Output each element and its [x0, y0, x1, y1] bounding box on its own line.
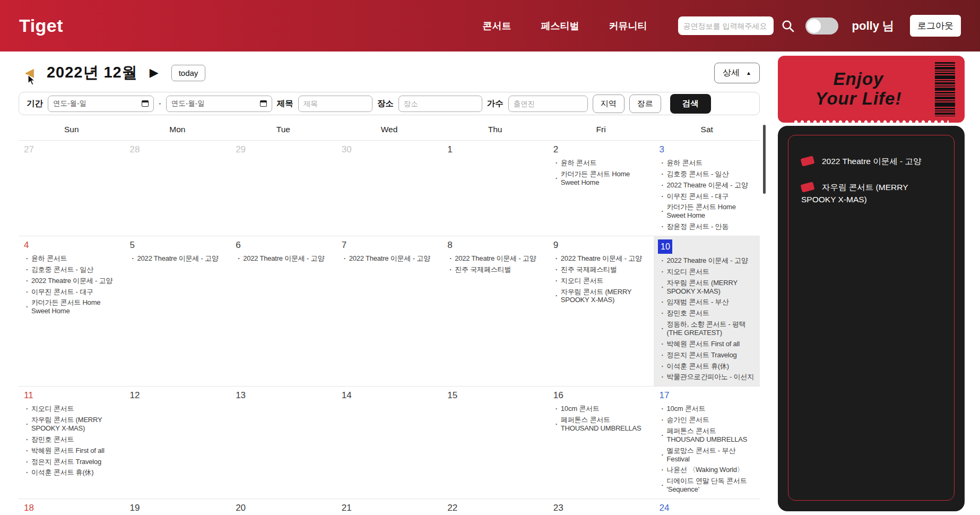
event-item[interactable]: 2022 Theatre 이문세 - 고양: [660, 256, 754, 265]
event-item[interactable]: 박물관으로간피아노 - 이선지: [660, 373, 754, 381]
detail-toggle-button[interactable]: 상세 ▲: [714, 63, 760, 83]
event-item[interactable]: 이석훈 콘서트 휴(休): [660, 362, 754, 371]
calendar-cell[interactable]: 72022 Theatre 이문세 - 고양: [336, 236, 443, 386]
event-item[interactable]: 디에이드 연말 단독 콘서트 'Sequence': [660, 477, 754, 494]
event-item[interactable]: 2022 Theatre 이문세 - 고양: [25, 277, 119, 285]
event-item[interactable]: 장민호 콘서트: [660, 309, 754, 317]
event-item[interactable]: 장민호 콘서트: [25, 435, 119, 444]
event-item[interactable]: 송가인 콘서트: [660, 416, 754, 424]
event-item[interactable]: 2022 Theatre 이문세 - 고양: [131, 254, 226, 263]
event-item[interactable]: 이무진 콘서트 - 대구: [25, 288, 119, 296]
calendar-cell[interactable]: 2윤하 콘서트카더가든 콘서트 Home Sweet Home: [548, 141, 654, 236]
magnifier-icon[interactable]: [781, 19, 795, 33]
calendar-cell[interactable]: 21: [336, 499, 443, 515]
event-item[interactable]: 임재범 콘서트 - 부산: [660, 298, 754, 306]
event-item[interactable]: 2022 Theatre 이문세 - 고양: [660, 181, 754, 190]
logo[interactable]: Tiget: [19, 15, 63, 36]
calendar-cell[interactable]: 20: [230, 499, 336, 515]
event-item[interactable]: 김호중 콘서트 - 일산: [25, 265, 119, 274]
calendar-cell[interactable]: 1710cm 콘서트송가인 콘서트페퍼톤스 콘서트 THOUSAND UMBRE…: [654, 387, 760, 499]
calendar-cell[interactable]: 19: [125, 499, 231, 515]
calendar-cell[interactable]: 23크러쉬 콘서트국민가수 6인의 산타 콘서트성시경 콘서트: [548, 499, 654, 515]
event-item[interactable]: 10cm 콘서트: [554, 405, 649, 413]
event-item[interactable]: 이석훈 콘서트 휴(休): [25, 468, 119, 477]
calendar-cell[interactable]: 4윤하 콘서트김호중 콘서트 - 일산2022 Theatre 이문세 - 고양…: [19, 236, 125, 386]
calendar-cell[interactable]: 13: [230, 387, 336, 499]
event-item[interactable]: 페퍼톤스 콘서트 THOUSAND UMBRELLAS: [660, 427, 754, 444]
event-item[interactable]: 박혜원 콘서트 First of all: [660, 340, 754, 348]
logout-button[interactable]: 로그아웃: [910, 15, 961, 37]
calendar-cell[interactable]: 62022 Theatre 이문세 - 고양: [230, 236, 336, 386]
event-item[interactable]: 정은지 콘서트 Travelog: [660, 351, 754, 359]
calendar-cell[interactable]: 12: [125, 387, 231, 499]
theme-toggle[interactable]: [805, 18, 838, 35]
event-item[interactable]: 카더가든 콘서트 Home Sweet Home: [25, 298, 119, 315]
calendar-cell[interactable]: 30: [336, 141, 443, 236]
calendar-cell[interactable]: 29: [230, 141, 336, 236]
event-item[interactable]: 자우림 콘서트 (MERRY SPOOKY X-MAS): [25, 416, 119, 433]
event-item[interactable]: 장윤정 콘서트 - 안동: [660, 222, 754, 231]
event-item[interactable]: 정은지 콘서트 Travelog: [25, 458, 119, 466]
ticket-item[interactable]: 2022 Theatre 이문세 - 고양: [801, 156, 943, 167]
calendar-cell[interactable]: 24크러쉬 콘서트국민가수 6인의 산타 콘서트2022 THE CRY X-M…: [654, 499, 760, 515]
event-item[interactable]: 이무진 콘서트 - 대구: [660, 192, 754, 201]
event-item[interactable]: 멜로망스 콘서트 - 부산 Festival: [660, 447, 754, 464]
calendar-cell[interactable]: 15: [442, 387, 548, 499]
event-item[interactable]: 페퍼톤스 콘서트 THOUSAND UMBRELLAS: [554, 416, 649, 433]
calendar-cell[interactable]: 52022 Theatre 이문세 - 고양: [125, 236, 231, 386]
event-item[interactable]: 진주 국제페스티벌: [448, 265, 543, 274]
venue-input[interactable]: [398, 96, 482, 112]
calendar-cell[interactable]: 1: [442, 141, 548, 236]
calendar-cell[interactable]: 14: [336, 387, 443, 499]
calendar-icon[interactable]: [260, 100, 267, 107]
event-item[interactable]: 카더가든 콘서트 Home Sweet Home: [660, 203, 754, 220]
calendar-cell[interactable]: 92022 Theatre 이문세 - 고양진주 국제페스티벌지오디 콘서트자우…: [548, 236, 654, 386]
calendar-cell[interactable]: 27: [19, 141, 125, 236]
event-item[interactable]: 자우림 콘서트 (MERRY SPOOKY X-MAS): [660, 279, 754, 296]
event-item[interactable]: 윤하 콘서트: [660, 159, 754, 167]
event-item[interactable]: 10cm 콘서트: [660, 405, 754, 413]
event-item[interactable]: 지오디 콘서트: [660, 268, 754, 276]
today-button[interactable]: today: [171, 65, 206, 81]
calendar-cell[interactable]: 1610cm 콘서트페퍼톤스 콘서트 THOUSAND UMBRELLAS: [548, 387, 654, 499]
ticket-item[interactable]: 자우림 콘서트 (MERRY SPOOKY X-MAS): [801, 182, 943, 205]
genre-button[interactable]: 장르: [629, 95, 661, 113]
event-item[interactable]: 김호중 콘서트 - 일산: [660, 170, 754, 178]
banner-slogan: Enjoy Your Life!: [778, 70, 932, 109]
calendar-scrollbar[interactable]: [763, 52, 766, 515]
calendar-cell[interactable]: 3윤하 콘서트김호중 콘서트 - 일산2022 Theatre 이문세 - 고양…: [654, 141, 760, 236]
start-date-input[interactable]: 연도-월-일: [48, 96, 154, 112]
calendar-cell[interactable]: 11지오디 콘서트자우림 콘서트 (MERRY SPOOKY X-MAS)장민호…: [19, 387, 125, 499]
event-item[interactable]: 윤하 콘서트: [554, 159, 649, 167]
scrollbar-thumb[interactable]: [763, 125, 766, 194]
calendar-cell[interactable]: 82022 Theatre 이문세 - 고양진주 국제페스티벌: [442, 236, 548, 386]
event-item[interactable]: 나윤선 〈Waking World〉: [660, 466, 754, 474]
next-month-button[interactable]: ▶: [150, 66, 159, 80]
calendar-cell[interactable]: 102022 Theatre 이문세 - 고양지오디 콘서트자우림 콘서트 (M…: [654, 236, 760, 386]
event-item[interactable]: 2022 Theatre 이문세 - 고양: [343, 254, 437, 263]
region-button[interactable]: 지역: [593, 95, 625, 113]
nav-item-concert[interactable]: 콘서트: [483, 20, 511, 32]
event-item[interactable]: 지오디 콘서트: [554, 277, 649, 285]
event-item[interactable]: 정동하, 소향 콘서트 - 평택 (THE GREATEST): [660, 320, 754, 337]
event-item[interactable]: 2022 Theatre 이문세 - 고양: [237, 254, 331, 263]
nav-item-festival[interactable]: 페스티벌: [541, 20, 579, 32]
end-date-input[interactable]: 연도-월-일: [166, 96, 272, 112]
event-item[interactable]: 지오디 콘서트: [25, 405, 119, 413]
event-item[interactable]: 박혜원 콘서트 First of all: [25, 447, 119, 455]
event-item[interactable]: 진주 국제페스티벌: [554, 265, 649, 274]
calendar-cell[interactable]: 22: [442, 499, 548, 515]
search-button[interactable]: 검색: [670, 94, 711, 114]
calendar-cell[interactable]: 28: [125, 141, 231, 236]
event-item[interactable]: 2022 Theatre 이문세 - 고양: [448, 254, 543, 263]
calendar-icon[interactable]: [142, 100, 149, 107]
event-item[interactable]: 2022 Theatre 이문세 - 고양: [554, 254, 649, 263]
artist-input[interactable]: [508, 96, 588, 112]
calendar-cell[interactable]: 1810cm 콘서트송가인 콘서트페퍼톤스 콘서트 THOUSAND UMBRE…: [19, 499, 125, 515]
event-item[interactable]: 윤하 콘서트: [25, 254, 119, 263]
title-input[interactable]: [298, 96, 372, 112]
event-item[interactable]: 자우림 콘서트 (MERRY SPOOKY X-MAS): [554, 288, 649, 305]
event-item[interactable]: 카더가든 콘서트 Home Sweet Home: [554, 170, 649, 187]
nav-item-community[interactable]: 커뮤니티: [609, 20, 647, 32]
header-search-input[interactable]: [683, 22, 768, 30]
